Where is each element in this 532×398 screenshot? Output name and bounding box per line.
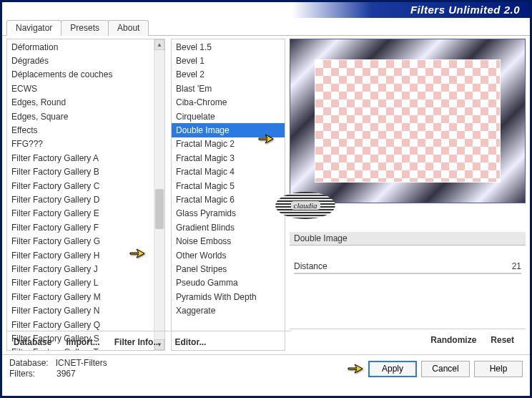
list-item[interactable]: Filter Factory Gallery Q [7,318,164,331]
list-item[interactable]: Filter Factory Gallery L [7,276,164,290]
list-item[interactable]: Other Worlds [172,248,285,262]
list-item[interactable]: Filter Factory Gallery B [7,165,164,179]
list-item[interactable]: Blast 'Em [172,82,285,95]
cancel-button[interactable]: Cancel [421,361,470,377]
param-name: Distance [294,261,327,271]
footer: Database: ICNET-Filters Filters: 3967 Ap… [2,354,530,384]
filters-count-label: Filters: [9,369,35,379]
list-item[interactable]: Effects [7,123,164,137]
list-item[interactable]: Fractal Magic 3 [172,151,285,165]
list-item[interactable]: Déformation [7,40,164,54]
list-item[interactable]: Bevel 2 [172,68,285,82]
list-item[interactable]: Filter Factory Gallery F [7,220,164,234]
list-item[interactable]: Fractal Magic 2 [172,137,285,151]
list-item[interactable]: Fractal Magic 5 [172,179,285,193]
preview-area [290,39,526,203]
scroll-up-icon[interactable]: ▲ [154,39,164,50]
param-slider[interactable] [294,273,521,274]
param-row: Distance 21 [290,258,526,273]
app-title: Filters Unlimited 2.0 [410,4,520,16]
list-item[interactable]: Gradient Blinds [172,220,285,234]
tab-presets[interactable]: Presets [61,20,109,36]
help-button[interactable]: Help [474,361,523,377]
list-item[interactable]: Noise Emboss [172,235,285,248]
list-item[interactable]: Ciba-Chrome [172,96,285,110]
list-item[interactable]: Filter Factory Gallery D [7,193,164,206]
reset-button[interactable]: Reset [483,332,521,348]
list-item[interactable]: Cirquelate [172,110,285,123]
import-button[interactable]: Import... [63,334,111,350]
db-label: Database: [9,358,49,368]
list-item[interactable]: Fractal Magic 6 [172,193,285,206]
list-item[interactable]: FFG??? [7,137,164,151]
selected-filter-label: Double Image [290,232,526,246]
list-item[interactable]: Filter Factory Gallery J [7,263,164,276]
tab-strip: NavigatorPresetsAbout [2,19,530,36]
footer-info: Database: ICNET-Filters Filters: 3967 [9,358,364,379]
category-scrollbar[interactable]: ▲ ▼ [154,39,164,350]
list-item[interactable]: Double Image [172,123,285,137]
list-item[interactable]: Pyramids With Depth [172,290,285,304]
list-item[interactable]: Dégradés [7,54,164,67]
list-item[interactable]: Filter Factory Gallery C [7,179,164,193]
list-item[interactable]: Glass Pyramids [172,207,285,220]
list-item[interactable]: Bevel 1.5 [172,40,285,54]
list-item[interactable]: Edges, Round [7,96,164,110]
list-item[interactable]: Bevel 1 [172,54,285,67]
param-value: 21 [512,261,521,271]
filters-count-value: 3967 [56,369,76,379]
list-item[interactable]: Filter Factory Gallery E [7,207,164,220]
list-item[interactable]: Déplacements de couches [7,68,164,82]
category-list[interactable]: DéformationDégradésDéplacements de couch… [6,39,165,351]
filter-list[interactable]: Bevel 1.5Bevel 1Bevel 2Blast 'EmCiba-Chr… [171,39,285,351]
preview-buttons: Randomize Reset [290,329,526,351]
tab-navigator[interactable]: Navigator [6,20,61,36]
list-item[interactable]: Filter Factory Gallery H [7,248,164,262]
list-item[interactable]: Edges, Square [7,110,164,123]
list-item[interactable]: Xaggerate [172,304,285,318]
list-item[interactable]: Filter Factory Gallery M [7,290,164,304]
db-value: ICNET-Filters [56,358,107,368]
main-area: DéformationDégradésDéplacements de couch… [2,36,530,352]
randomize-button[interactable]: Randomize [423,332,483,348]
list-item[interactable]: Filter Factory Gallery G [7,235,164,248]
list-item[interactable]: Fractal Magic 4 [172,165,285,179]
list-item[interactable]: Filter Factory Gallery N [7,304,164,318]
preview-checker [315,59,501,183]
database-button[interactable]: Database [11,334,63,350]
apply-button[interactable]: Apply [368,361,417,377]
editor-button[interactable]: Editor... [172,334,217,350]
tab-about[interactable]: About [108,20,149,36]
left-button-row: Database Import... Filter Info... Editor… [6,331,291,353]
list-item[interactable]: Panel Stripes [172,263,285,276]
scroll-thumb[interactable] [155,189,164,230]
list-item[interactable]: Pseudo Gamma [172,276,285,290]
filter-info-button[interactable]: Filter Info... [112,334,172,350]
list-item[interactable]: ECWS [7,82,164,95]
right-pane: Double Image Distance 21 Randomize Reset [290,39,526,351]
list-item[interactable]: Filter Factory Gallery A [7,151,164,165]
title-bar: Filters Unlimited 2.0 [2,2,530,18]
